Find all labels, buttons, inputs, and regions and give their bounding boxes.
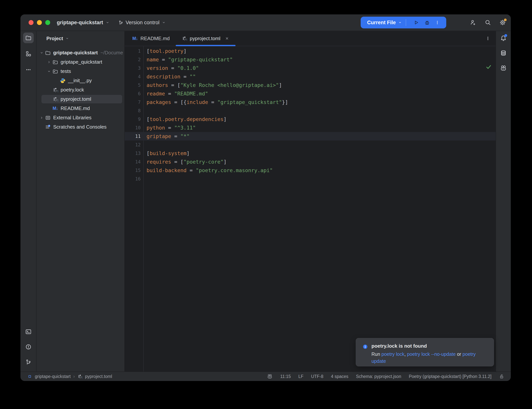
notification-title: poetry.lock is not found bbox=[371, 343, 481, 349]
module-icon bbox=[27, 374, 32, 379]
tree-item-griptape-quickstart[interactable]: griptape-quickstart~/Docume bbox=[37, 48, 124, 57]
line-number: 15 bbox=[125, 168, 141, 173]
tree-item-content: poetry.lock bbox=[37, 87, 84, 93]
play-icon[interactable] bbox=[413, 19, 419, 26]
line-text: packages = [{include = "griptape_quickst… bbox=[147, 99, 288, 105]
status-item-lf[interactable]: LF bbox=[298, 374, 303, 379]
chevron-down-icon[interactable] bbox=[46, 69, 52, 74]
notification-body: Run poetry lock, poetry lock --no-update… bbox=[371, 351, 481, 365]
git-branch-icon[interactable] bbox=[25, 359, 32, 365]
search-icon[interactable] bbox=[485, 19, 491, 26]
tree-item-__init__.py[interactable]: __init__.py bbox=[37, 76, 124, 85]
line-text: description = "" bbox=[147, 74, 196, 80]
tab-label: pyproject.toml bbox=[190, 36, 220, 41]
project-tool-button[interactable] bbox=[23, 33, 34, 43]
structure-icon bbox=[25, 51, 32, 57]
scratches-icon bbox=[45, 124, 51, 130]
line-number: 16 bbox=[125, 176, 141, 182]
breadcrumb: griptape-quickstart › pyproject.toml bbox=[27, 374, 112, 379]
notification-badge bbox=[504, 34, 507, 37]
lock-open-icon bbox=[499, 374, 504, 379]
notification-link[interactable]: poetry lock bbox=[382, 352, 404, 357]
more-actions-icon[interactable] bbox=[434, 20, 440, 25]
code-line-2: 2name = "griptape-quickstart" bbox=[125, 55, 496, 64]
structure-tool-button[interactable] bbox=[23, 48, 34, 59]
status-item-schema[interactable]: Schema: pyproject.json bbox=[356, 374, 401, 379]
project-panel: Project griptape-quickstart~/Documegript… bbox=[37, 31, 125, 372]
editor-tab-bar: M↓README.mdpyproject.toml bbox=[125, 31, 496, 46]
code-line-10: 10python = "^3.11" bbox=[125, 123, 496, 132]
chevron-down-icon[interactable] bbox=[38, 51, 45, 55]
close-window-button[interactable] bbox=[28, 20, 34, 25]
close-icon[interactable] bbox=[225, 36, 229, 41]
tree-item-icon bbox=[52, 96, 58, 102]
settings-update-badge bbox=[504, 19, 507, 21]
line-number: 2 bbox=[125, 57, 141, 62]
line-number: 14 bbox=[125, 159, 141, 165]
run-config-selector[interactable]: Current File bbox=[367, 20, 396, 26]
ai-assistant-icon[interactable] bbox=[267, 374, 273, 379]
tree-item-griptape_quickstart[interactable]: griptape_quickstart bbox=[37, 57, 124, 67]
ai-assistant-icon[interactable] bbox=[500, 65, 507, 72]
more-icon bbox=[25, 66, 32, 73]
database-icon[interactable] bbox=[500, 50, 507, 56]
status-item-11[interactable]: 11:15 bbox=[280, 374, 291, 379]
status-item-utf-8[interactable]: UTF-8 bbox=[311, 374, 323, 379]
status-item-4-spaces[interactable]: 4 spaces bbox=[331, 374, 348, 379]
maximize-window-button[interactable] bbox=[45, 20, 50, 25]
tab-pyproject.toml[interactable]: pyproject.toml bbox=[176, 31, 236, 46]
tree-item-label: README.md bbox=[61, 105, 90, 111]
status-bar: griptape-quickstart › pyproject.toml 11:… bbox=[20, 372, 511, 381]
folder-package-icon bbox=[52, 69, 58, 74]
settings-button[interactable] bbox=[499, 19, 506, 26]
external-libraries-icon bbox=[45, 115, 51, 121]
minimize-window-button[interactable] bbox=[37, 20, 42, 25]
tree-item-icon: M↓ bbox=[52, 106, 58, 111]
chevron-down-icon[interactable] bbox=[398, 21, 402, 24]
main-area: Project griptape-quickstart~/Documegript… bbox=[20, 31, 511, 372]
code-editor[interactable]: 1[tool.poetry]2name = "griptape-quicksta… bbox=[125, 46, 496, 372]
tree-item-external-libraries[interactable]: External Libraries bbox=[37, 113, 124, 122]
line-number: 1 bbox=[125, 48, 141, 54]
status-item-poetry-griptape-quickstart-python-3-11-2-[interactable]: Poetry (griptape-quickstart) [Python 3.1… bbox=[409, 374, 492, 379]
breadcrumb-file[interactable]: pyproject.toml bbox=[85, 374, 112, 379]
tree-item-poetry.lock[interactable]: poetry.lock bbox=[37, 85, 124, 94]
tree-item-tests[interactable]: tests bbox=[37, 67, 124, 76]
git-branch-icon bbox=[118, 20, 123, 25]
notification-text: or bbox=[456, 352, 462, 357]
project-menu[interactable]: griptape-quickstart bbox=[57, 20, 110, 26]
problems-icon[interactable] bbox=[25, 344, 32, 350]
tree-item-label: Scratches and Consoles bbox=[53, 124, 107, 130]
tree-item-label: griptape-quickstart bbox=[53, 50, 98, 56]
folder-package-icon bbox=[52, 59, 58, 65]
project-panel-header[interactable]: Project bbox=[37, 31, 124, 46]
chevron-right-icon[interactable] bbox=[38, 116, 45, 120]
breadcrumb-project[interactable]: griptape-quickstart bbox=[35, 374, 71, 379]
vcs-menu[interactable]: Version control bbox=[118, 20, 166, 26]
chevron-right-icon[interactable] bbox=[46, 60, 52, 64]
line-text: readme = "README.md" bbox=[147, 91, 208, 97]
markdown-icon: M↓ bbox=[53, 106, 58, 111]
editor-area: M↓README.mdpyproject.toml 1[tool.poetry]… bbox=[125, 31, 496, 372]
tree-item-scratches-and-consoles[interactable]: Scratches and Consoles bbox=[37, 122, 124, 132]
toml-icon bbox=[77, 374, 82, 379]
tree-item-readme.md[interactable]: M↓README.md bbox=[37, 104, 124, 113]
code-line-12: 12 bbox=[125, 140, 496, 149]
info-icon bbox=[362, 344, 368, 350]
terminal-icon[interactable] bbox=[25, 328, 32, 335]
line-number: 11 bbox=[125, 134, 141, 139]
notification-link[interactable]: poetry lock --no-update bbox=[407, 352, 456, 357]
tab-options-icon[interactable] bbox=[485, 36, 491, 41]
tree-item-icon bbox=[45, 115, 51, 121]
notifications-button[interactable] bbox=[500, 35, 507, 41]
title-bar: griptape-quickstart Version control Curr… bbox=[20, 14, 511, 31]
add-user-icon[interactable] bbox=[470, 19, 476, 26]
tree-item-label: External Libraries bbox=[53, 115, 92, 121]
tree-item-path: ~/Docume bbox=[101, 50, 123, 56]
line-text: [tool.poetry] bbox=[147, 48, 186, 54]
tree-item-pyproject.toml[interactable]: pyproject.toml bbox=[37, 94, 124, 104]
tab-readme.md[interactable]: M↓README.md bbox=[126, 31, 176, 46]
bug-icon[interactable] bbox=[424, 19, 430, 26]
chevron-down-icon bbox=[65, 37, 69, 40]
more-tool-windows-button[interactable] bbox=[23, 64, 34, 75]
